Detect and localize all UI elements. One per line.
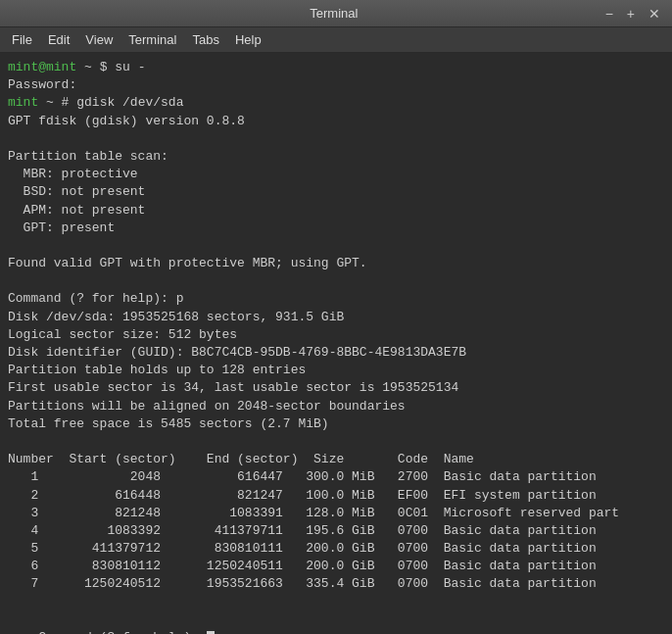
terminal-area[interactable]: mint@mint ~ $ su - Password: mint ~ # gd… xyxy=(0,53,672,634)
terminal-line: Command (? for help): p xyxy=(8,290,664,308)
command-prompt-line[interactable]: Command (? for help): xyxy=(8,611,664,634)
minimize-button[interactable]: − xyxy=(601,5,617,23)
titlebar: Terminal − + ✕ xyxy=(0,0,672,27)
table-row: 1 2048 616447 300.0 MiB 2700 Basic data … xyxy=(8,468,664,486)
terminal-line: Partition table scan: xyxy=(8,148,664,166)
close-button[interactable]: ✕ xyxy=(645,5,664,23)
terminal-line: mint@mint ~ $ su - xyxy=(8,59,664,76)
menu-help[interactable]: Help xyxy=(227,29,269,50)
terminal-line: Password: xyxy=(8,76,664,94)
table-row: 3 821248 1083391 128.0 MiB 0C01 Microsof… xyxy=(8,505,664,522)
terminal-line: Number Start (sector) End (sector) Size … xyxy=(8,451,664,468)
terminal-line: Logical sector size: 512 bytes xyxy=(8,326,664,344)
table-row: 2 616448 821247 100.0 MiB EF00 EFI syste… xyxy=(8,487,664,505)
maximize-button[interactable]: + xyxy=(623,5,639,23)
window-controls[interactable]: − + ✕ xyxy=(601,5,664,23)
table-row: 7 1250240512 1953521663 335.4 GiB 0700 B… xyxy=(8,575,664,593)
menubar: File Edit View Terminal Tabs Help xyxy=(0,27,672,53)
command-prompt-text: Command (? for help): xyxy=(38,630,207,634)
menu-tabs[interactable]: Tabs xyxy=(184,29,226,50)
menu-edit[interactable]: Edit xyxy=(40,29,77,50)
terminal-line: GPT: present xyxy=(8,219,664,237)
menu-file[interactable]: File xyxy=(4,29,40,50)
terminal-line xyxy=(8,433,664,451)
terminal-line xyxy=(8,272,664,290)
terminal-line xyxy=(8,130,664,148)
table-row: 4 1083392 411379711 195.6 GiB 0700 Basic… xyxy=(8,522,664,540)
terminal-line: Partition table holds up to 128 entries xyxy=(8,362,664,379)
terminal-line: mint ~ # gdisk /dev/sda xyxy=(8,94,664,112)
menu-view[interactable]: View xyxy=(77,29,120,50)
terminal-line: Disk /dev/sda: 1953525168 sectors, 931.5… xyxy=(8,309,664,326)
terminal-line xyxy=(8,237,664,255)
terminal-line: GPT fdisk (gdisk) version 0.8.8 xyxy=(8,113,664,130)
terminal-line: Found valid GPT with protective MBR; usi… xyxy=(8,255,664,272)
terminal-line: BSD: not present xyxy=(8,183,664,201)
table-row: 5 411379712 830810111 200.0 GiB 0700 Bas… xyxy=(8,540,664,558)
window-title: Terminal xyxy=(67,6,601,21)
terminal-line: First usable sector is 34, last usable s… xyxy=(8,379,664,397)
menu-terminal[interactable]: Terminal xyxy=(120,29,184,50)
table-row: 6 830810112 1250240511 200.0 GiB 0700 Ba… xyxy=(8,558,664,575)
terminal-line: Disk identifier (GUID): B8C7C4CB-95DB-47… xyxy=(8,344,664,362)
terminal-line: Total free space is 5485 sectors (2.7 Mi… xyxy=(8,415,664,433)
terminal-line: APM: not present xyxy=(8,202,664,219)
terminal-line: MBR: protective xyxy=(8,166,664,183)
terminal-line xyxy=(8,594,664,611)
terminal-line: Partitions will be aligned on 2048-secto… xyxy=(8,398,664,415)
